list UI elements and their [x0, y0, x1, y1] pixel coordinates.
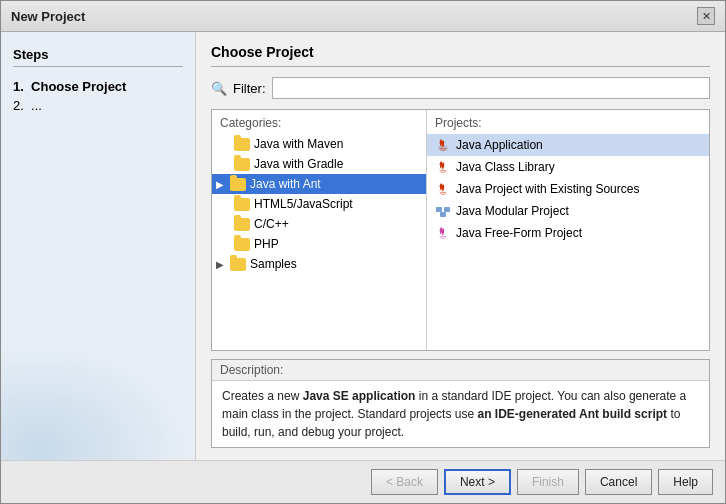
category-cpp[interactable]: C/C++ — [212, 214, 426, 234]
freeform-icon — [435, 225, 451, 241]
project-label: Java Class Library — [456, 160, 555, 174]
no-arrow — [220, 159, 230, 170]
search-icon: 🔍 — [211, 81, 227, 96]
no-arrow — [220, 199, 230, 210]
folder-icon — [234, 158, 250, 171]
category-html5[interactable]: HTML5/JavaScript — [212, 194, 426, 214]
filter-input[interactable] — [272, 77, 711, 99]
svg-rect-2 — [444, 207, 450, 212]
java-icon — [435, 159, 451, 175]
cat-label: Java with Ant — [250, 177, 321, 191]
step-2-label: ... — [31, 98, 42, 113]
description-header: Description: — [212, 360, 709, 381]
dialog-content: Steps 1. Choose Project 2. ... Choose Pr… — [1, 32, 725, 460]
project-label: Java Application — [456, 138, 543, 152]
back-button[interactable]: < Back — [371, 469, 438, 495]
help-button[interactable]: Help — [658, 469, 713, 495]
category-php[interactable]: PHP — [212, 234, 426, 254]
main-title: Choose Project — [211, 44, 710, 67]
cat-label: Java with Maven — [254, 137, 343, 151]
svg-rect-3 — [440, 212, 446, 217]
folder-icon — [234, 198, 250, 211]
steps-panel: Steps 1. Choose Project 2. ... — [1, 32, 196, 460]
cat-label: Samples — [250, 257, 297, 271]
project-java-application[interactable]: Java Application — [427, 134, 709, 156]
projects-panel: Projects: Java Application — [427, 110, 709, 350]
category-java-ant[interactable]: ▶ Java with Ant — [212, 174, 426, 194]
description-section: Description: Creates a new Java SE appli… — [211, 359, 710, 448]
description-body: Creates a new Java SE application in a s… — [212, 381, 709, 447]
folder-icon — [234, 218, 250, 231]
step-1: 1. Choose Project — [13, 77, 183, 96]
java-icon — [435, 137, 451, 153]
steps-title: Steps — [13, 47, 183, 67]
expand-arrow-icon: ▶ — [216, 179, 226, 190]
filter-row: 🔍 Filter: — [211, 77, 710, 99]
no-arrow — [220, 219, 230, 230]
project-java-class-library[interactable]: Java Class Library — [427, 156, 709, 178]
cat-label: C/C++ — [254, 217, 289, 231]
new-project-dialog: New Project ✕ Steps 1. Choose Project 2.… — [0, 0, 726, 504]
category-java-maven[interactable]: Java with Maven — [212, 134, 426, 154]
cancel-button[interactable]: Cancel — [585, 469, 652, 495]
project-java-existing-sources[interactable]: Java Project with Existing Sources — [427, 178, 709, 200]
folder-icon — [234, 138, 250, 151]
expand-arrow-icon: ▶ — [216, 259, 226, 270]
cat-label: HTML5/JavaScript — [254, 197, 353, 211]
svg-rect-1 — [436, 207, 442, 212]
projects-header: Projects: — [427, 114, 709, 134]
step-2: 2. ... — [13, 96, 183, 115]
chooser-area: Categories: Java with Maven Java with Gr… — [211, 109, 710, 351]
category-samples[interactable]: ▶ Samples — [212, 254, 426, 274]
cat-label: PHP — [254, 237, 279, 251]
cat-label: Java with Gradle — [254, 157, 343, 171]
project-label: Java Free-Form Project — [456, 226, 582, 240]
main-panel: Choose Project 🔍 Filter: Categories: Jav… — [196, 32, 725, 460]
folder-icon — [230, 178, 246, 191]
step-1-label: Choose Project — [31, 79, 126, 94]
step-1-number: 1. — [13, 79, 24, 94]
title-bar: New Project ✕ — [1, 1, 725, 32]
next-button[interactable]: Next > — [444, 469, 511, 495]
categories-panel: Categories: Java with Maven Java with Gr… — [212, 110, 427, 350]
modular-icon — [435, 203, 451, 219]
no-arrow — [220, 139, 230, 150]
project-java-modular[interactable]: Java Modular Project — [427, 200, 709, 222]
dialog-footer: < Back Next > Finish Cancel Help — [1, 460, 725, 503]
filter-label: Filter: — [233, 81, 266, 96]
close-button[interactable]: ✕ — [697, 7, 715, 25]
finish-button[interactable]: Finish — [517, 469, 579, 495]
folder-icon — [230, 258, 246, 271]
no-arrow — [220, 239, 230, 250]
step-2-number: 2. — [13, 98, 24, 113]
category-java-gradle[interactable]: Java with Gradle — [212, 154, 426, 174]
folder-icon — [234, 238, 250, 251]
categories-header: Categories: — [212, 114, 426, 134]
project-label: Java Project with Existing Sources — [456, 182, 639, 196]
project-label: Java Modular Project — [456, 204, 569, 218]
project-java-freeform[interactable]: Java Free-Form Project — [427, 222, 709, 244]
dialog-title: New Project — [11, 9, 85, 24]
java-icon — [435, 181, 451, 197]
